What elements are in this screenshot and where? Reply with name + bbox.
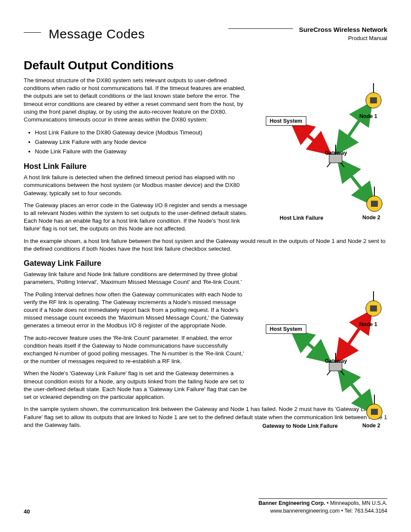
host-system-label: Host System [266, 324, 306, 334]
svg-line-14 [344, 375, 368, 405]
page-header: Message Codes SureCross Wireless Network… [24, 26, 387, 41]
gateway-p2: The Polling Interval defines how often t… [24, 291, 248, 330]
svg-rect-17 [370, 305, 377, 311]
footer-sep: • [325, 500, 330, 506]
intro-paragraph: The timeout structure of the DX80 system… [24, 77, 248, 124]
node1-label: Node 1 [359, 113, 377, 119]
diagram-svg [262, 77, 392, 219]
node2-icon [367, 187, 382, 212]
gateway-link-heading: Gateway Link Failure [24, 259, 387, 268]
footer-company: Banner Engineering Corp. [258, 500, 325, 506]
svg-line-24 [327, 371, 330, 375]
node2-icon [367, 395, 382, 420]
gateway-icon [327, 353, 344, 375]
footer-location: Minneapolis, MN U.S.A. [330, 500, 387, 506]
svg-rect-4 [370, 97, 377, 103]
gateway-p1: Gateway link failure and Node link failu… [24, 271, 248, 286]
host-p2: The Gateway places an error code in the … [24, 202, 248, 233]
section-title: Message Codes [49, 27, 145, 41]
host-p3: In the example shown, a host link failur… [24, 237, 387, 253]
section-gateway-link: Gateway Link Failure Gateway link failur… [24, 259, 387, 429]
gateway-p4: When the Node's 'Gateway Link Failure' f… [24, 370, 248, 401]
gateway-label: Gateway [325, 358, 347, 364]
diagram2-caption: Gateway to Node Link Failure [262, 423, 338, 429]
svg-rect-20 [371, 409, 378, 415]
svg-line-2 [299, 128, 323, 148]
diagram1-caption: Host Link Failure [280, 215, 323, 221]
gateway-label: Gateway [325, 150, 347, 156]
svg-line-25 [341, 371, 344, 375]
page-title: Default Output Conditions [24, 59, 387, 72]
node2-label: Node 2 [362, 423, 380, 429]
node2-label: Node 2 [362, 215, 380, 221]
host-p1: A host link failure is detected when the… [24, 174, 248, 197]
node1-icon [366, 83, 381, 108]
header-rule-left [24, 32, 41, 33]
page-footer: Banner Engineering Corp. • Minneapolis, … [24, 498, 387, 515]
diagram-svg [262, 285, 392, 427]
document-subtitle: Product Manual [228, 35, 387, 41]
gateway-p3: The auto-recover feature uses the 'Re-li… [24, 334, 248, 366]
svg-line-11 [327, 163, 330, 167]
node1-label: Node 1 [359, 321, 377, 327]
node1-icon [366, 291, 381, 316]
host-system-label: Host System [266, 116, 306, 126]
brand-name: SureCross Wireless Network [299, 26, 387, 33]
page-number: 40 [24, 508, 30, 515]
header-rule-right [228, 28, 293, 29]
gateway-icon [327, 145, 344, 167]
svg-rect-7 [371, 201, 378, 207]
svg-line-15 [299, 336, 323, 356]
section-default-output: The timeout structure of the DX80 system… [24, 77, 387, 253]
svg-line-1 [344, 167, 368, 197]
footer-contact: www.bannerengineering.com • Tel: 763.544… [24, 507, 387, 515]
host-link-failure-diagram: Host System Gateway Node 1 Node 2 Host L… [262, 77, 392, 219]
gateway-link-failure-diagram: Host System Gateway Node 1 Node 2 Gatewa… [262, 285, 392, 427]
svg-line-12 [341, 163, 344, 167]
